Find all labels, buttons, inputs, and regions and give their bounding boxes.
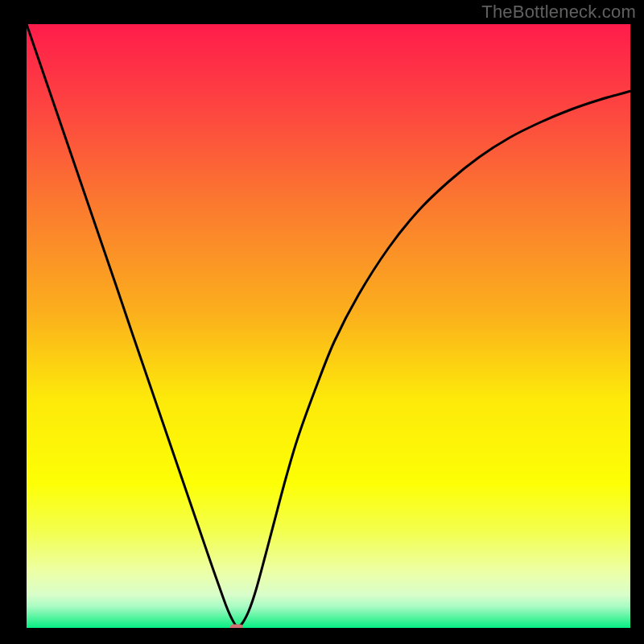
gradient-background (27, 24, 630, 628)
bottleneck-chart (27, 24, 630, 628)
optimal-marker (230, 625, 243, 629)
watermark-text: TheBottleneck.com (481, 2, 636, 23)
chart-frame: TheBottleneck.com (0, 0, 644, 644)
